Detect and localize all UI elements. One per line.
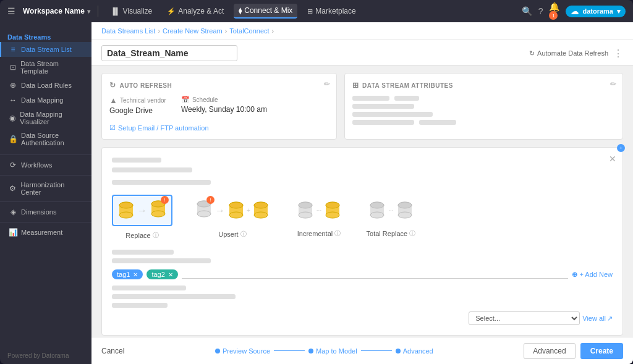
nav-connect[interactable]: ⧫ Connect & Mix bbox=[234, 4, 297, 19]
mode-upsert[interactable]: ! → + bbox=[191, 196, 274, 239]
replace-info-icon[interactable]: ⓘ bbox=[153, 231, 159, 240]
tag-1-remove-icon[interactable]: ✕ bbox=[133, 271, 138, 278]
mode-section-placeholder-2 bbox=[112, 167, 192, 172]
auto-refresh-card: ↻ AUTO REFRESH ✏ ▲ Technical vendor Goog… bbox=[101, 73, 337, 140]
automate-data-refresh-button[interactable]: ↻ Automate Data Refresh bbox=[529, 49, 608, 57]
svg-point-22 bbox=[299, 212, 312, 218]
bottom-actions: Advanced Create bbox=[524, 343, 623, 359]
sidebar-item-data-stream-template[interactable]: ⊡ Data Stream Template bbox=[0, 57, 91, 78]
harmonization-icon: ⚙ bbox=[9, 184, 17, 193]
breadcrumb-data-streams-list[interactable]: Data Streams List bbox=[101, 27, 155, 35]
svg-point-2 bbox=[119, 212, 133, 218]
mode-replace-label: Replace ⓘ bbox=[125, 231, 158, 240]
help-icon[interactable]: ? bbox=[538, 6, 543, 16]
sidebar-item-measurement[interactable]: 📊 Measurement bbox=[0, 225, 91, 240]
svg-point-19 bbox=[254, 202, 268, 208]
schedule-value: Weekly, Sunday 10:00 am bbox=[181, 105, 267, 114]
breadcrumb-create-new-stream[interactable]: Create New Stream bbox=[163, 27, 223, 35]
step-2-dot bbox=[308, 349, 313, 353]
breadcrumb-sep-3: › bbox=[272, 27, 274, 35]
sidebar-item-harmonization[interactable]: ⚙ Harmonization Center bbox=[0, 178, 91, 199]
upsert-source-wrap: ! bbox=[196, 200, 212, 221]
workspace-chevron-icon: ▾ bbox=[87, 8, 90, 15]
visualizer-icon: ◉ bbox=[9, 114, 16, 122]
mode-section-close-icon[interactable]: ✕ bbox=[609, 154, 616, 164]
incremental-source-icon bbox=[297, 201, 313, 221]
mapping-icon: ↔ bbox=[9, 96, 17, 104]
schedule-field: 📅 Schedule Weekly, Sunday 10:00 am bbox=[181, 96, 267, 115]
tag-2[interactable]: tag2 ✕ bbox=[147, 269, 177, 279]
search-icon[interactable]: 🔍 bbox=[522, 6, 532, 16]
tag-input[interactable] bbox=[182, 271, 569, 279]
sidebar-item-dimensions[interactable]: ◈ Dimensions bbox=[0, 205, 91, 219]
step-2-label: Map to Model bbox=[316, 347, 357, 355]
mode-upsert-label: Upsert ⓘ bbox=[218, 230, 246, 239]
svg-point-10 bbox=[197, 211, 211, 217]
advanced-button[interactable]: Advanced bbox=[524, 343, 575, 359]
checkbox-icon: ☑ bbox=[109, 124, 116, 132]
attr-bar bbox=[394, 96, 419, 101]
hamburger-icon[interactable]: ☰ bbox=[7, 6, 15, 16]
cards-row: ↻ AUTO REFRESH ✏ ▲ Technical vendor Goog… bbox=[91, 66, 633, 147]
page-header-actions: ↻ Automate Data Refresh ⋮ bbox=[529, 48, 623, 59]
visualize-icon: ▐▌ bbox=[111, 7, 121, 15]
add-new-plus-icon: ⊕ bbox=[572, 271, 577, 279]
workspace-name[interactable]: Workspace Name ▾ bbox=[23, 7, 90, 15]
google-drive-icon: ▲ bbox=[109, 96, 117, 105]
workflows-icon: ⟳ bbox=[9, 161, 17, 169]
attr-row-3 bbox=[352, 112, 615, 117]
mode-incremental[interactable]: ··· Incremental bbox=[292, 197, 346, 238]
sidebar-item-data-mapping-visualizer[interactable]: ◉ Data Mapping Visualizer bbox=[0, 108, 91, 129]
data-stream-attributes-card: ⊞ DATA STREAM ATTRIBUTES ✏ bbox=[344, 73, 623, 140]
svg-point-6 bbox=[151, 211, 165, 217]
total-replace-dots-icon: ··· bbox=[388, 207, 393, 214]
page-more-icon[interactable]: ⋮ bbox=[613, 48, 623, 59]
auto-refresh-edit-icon[interactable]: ✏ bbox=[324, 80, 330, 88]
connect-icon: ⧫ bbox=[239, 7, 242, 15]
create-button[interactable]: Create bbox=[580, 343, 623, 359]
upsert-target-badge: + bbox=[617, 144, 625, 152]
sidebar-item-data-source-auth[interactable]: 🔒 Data Source Authentication bbox=[0, 129, 91, 150]
view-all-link[interactable]: View all ↗ bbox=[582, 315, 613, 323]
add-new-tag-button[interactable]: ⊕ + Add New bbox=[572, 271, 613, 279]
mode-total-replace[interactable]: ··· Total Repla bbox=[364, 197, 417, 238]
attributes-edit-icon[interactable]: ✏ bbox=[610, 80, 616, 88]
incremental-info-icon[interactable]: ⓘ bbox=[334, 229, 341, 238]
tag-1[interactable]: tag1 ✕ bbox=[112, 269, 143, 279]
nav-visualize[interactable]: ▐▌ Visualize bbox=[106, 4, 157, 18]
template-icon: ⊡ bbox=[9, 63, 17, 72]
sidebar-item-data-mapping[interactable]: ↔ Data Mapping bbox=[0, 93, 91, 108]
main-layout: Data Streams ≡ Data Stream List ⊡ Data S… bbox=[0, 22, 633, 364]
total-replace-source-icon bbox=[369, 201, 385, 221]
upsert-db-flow: ! → + bbox=[196, 200, 269, 221]
refresh-icon: ↻ bbox=[529, 49, 535, 57]
breadcrumb-total-connect[interactable]: TotalConnect bbox=[229, 27, 269, 35]
mode-section-placeholder-1 bbox=[112, 158, 161, 163]
nav-marketplace[interactable]: ⊞ Marketplace bbox=[302, 4, 360, 18]
nav-divider bbox=[98, 6, 98, 17]
setup-email-ftp-link[interactable]: ☑ Setup Email / FTP automation bbox=[109, 124, 329, 132]
stream-name-input[interactable] bbox=[101, 45, 237, 61]
salesforce-cloud-icon: ☁ bbox=[571, 7, 579, 16]
svg-point-26 bbox=[326, 212, 339, 218]
mode-section-lower: tag1 ✕ tag2 ✕ ⊕ + Add New bbox=[112, 250, 613, 325]
auto-refresh-card-title: ↻ AUTO REFRESH bbox=[109, 81, 329, 90]
sidebar-item-workflows[interactable]: ⟳ Workflows bbox=[0, 158, 91, 172]
sidebar-item-data-stream-list[interactable]: ≡ Data Stream List bbox=[0, 42, 91, 57]
cancel-button[interactable]: Cancel bbox=[101, 347, 124, 355]
analyze-icon: ⚡ bbox=[167, 7, 176, 15]
view-dropdown[interactable]: Select... bbox=[469, 311, 580, 325]
notification-area[interactable]: 🔔 1 bbox=[549, 2, 559, 20]
upsert-source-badge: ! bbox=[206, 196, 215, 204]
svg-point-18 bbox=[254, 212, 268, 218]
total-replace-info-icon[interactable]: ⓘ bbox=[409, 229, 415, 238]
mode-replace[interactable]: → ! bbox=[112, 195, 172, 240]
nav-analyze[interactable]: ⚡ Analyze & Act bbox=[162, 4, 229, 18]
sidebar-item-data-load-rules[interactable]: ⊕ Data Load Rules bbox=[0, 78, 91, 93]
incremental-db-flow: ··· bbox=[297, 201, 341, 221]
upsert-info-icon[interactable]: ⓘ bbox=[240, 230, 247, 239]
attr-bar bbox=[352, 104, 414, 109]
schedule-icon: 📅 bbox=[181, 96, 190, 104]
tag-2-remove-icon[interactable]: ✕ bbox=[168, 271, 173, 278]
bottom-ph-section: Select... View all ↗ bbox=[112, 286, 613, 325]
